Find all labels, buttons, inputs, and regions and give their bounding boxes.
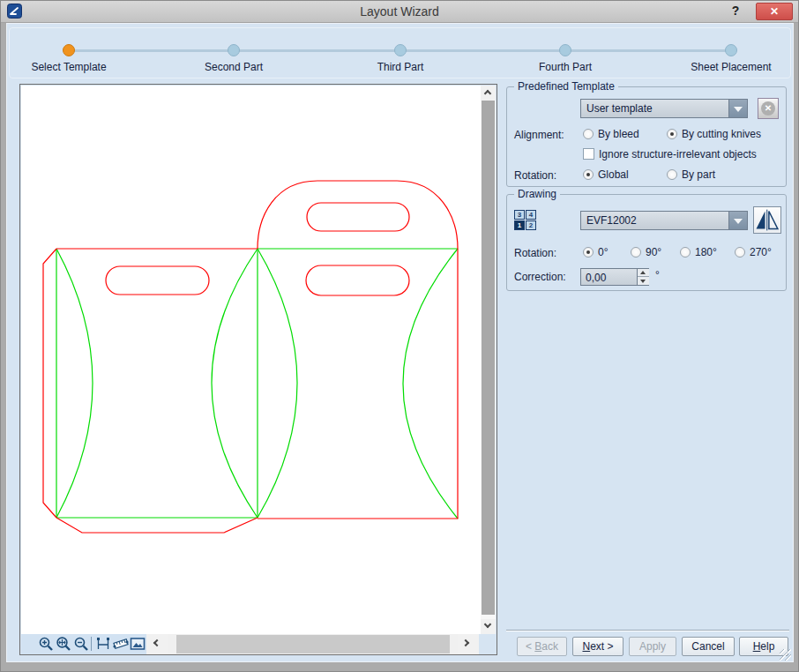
title-bar[interactable]: Layout Wizard ? ✕ bbox=[1, 1, 798, 23]
measure-width-icon[interactable] bbox=[95, 636, 111, 652]
drawing-combobox-value: EVF12002 bbox=[586, 214, 637, 227]
combobox-dropdown-icon[interactable] bbox=[728, 212, 747, 229]
close-button[interactable]: ✕ bbox=[756, 3, 793, 20]
radio-icon bbox=[583, 247, 594, 258]
template-combobox-value: User template bbox=[586, 102, 653, 115]
step-dot-third-part bbox=[394, 44, 407, 56]
drawing-group: Drawing 3 4 1 2 EVF12002 Rotation: bbox=[506, 194, 787, 291]
dialog-body: Select Template Second Part Third Part F… bbox=[6, 23, 794, 662]
scroll-right-button[interactable] bbox=[458, 634, 479, 654]
flip-horizontal-icon bbox=[754, 207, 780, 233]
apply-button[interactable]: Apply bbox=[629, 637, 676, 656]
radio-rotation-0[interactable]: 0° bbox=[583, 245, 608, 258]
group-title: Predefined Template bbox=[514, 80, 618, 93]
group-title: Drawing bbox=[514, 188, 560, 200]
part-cell: 3 bbox=[514, 210, 525, 220]
radio-by-cutting-knives[interactable]: By cutting knives bbox=[667, 127, 761, 139]
step-label: Second Part bbox=[172, 61, 295, 73]
canvas-toolbar bbox=[21, 634, 146, 654]
radio-icon bbox=[583, 129, 594, 139]
chevron-left-icon bbox=[153, 639, 161, 646]
radio-global[interactable]: Global bbox=[583, 168, 629, 180]
radio-rotation-270[interactable]: 270° bbox=[735, 245, 772, 258]
scroll-down-button[interactable] bbox=[481, 619, 496, 634]
drawing-combobox[interactable]: EVF12002 bbox=[580, 211, 748, 230]
chevron-up-icon bbox=[484, 90, 491, 97]
checkbox-icon bbox=[583, 148, 594, 160]
dieline-preview-canvas[interactable] bbox=[21, 86, 481, 634]
canvas-bottom-row bbox=[21, 634, 496, 654]
predefined-template-group: Predefined Template User template ✕ Alig… bbox=[506, 86, 787, 187]
part-cell: 2 bbox=[526, 220, 536, 230]
step-dot-fourth-part bbox=[559, 44, 571, 56]
step-dot-sheet-placement bbox=[725, 44, 737, 56]
step-label: Fourth Part bbox=[504, 61, 627, 73]
spin-up-button[interactable] bbox=[638, 269, 649, 277]
radio-icon bbox=[735, 247, 745, 258]
back-button[interactable]: < Back bbox=[517, 637, 567, 656]
step-label: Sheet Placement bbox=[669, 61, 793, 73]
scroll-up-button[interactable] bbox=[481, 86, 496, 101]
correction-spinbox[interactable]: 0,00 bbox=[580, 268, 649, 286]
template-combobox[interactable]: User template bbox=[580, 99, 748, 118]
vertical-scrollbar[interactable] bbox=[481, 86, 496, 634]
rotation-label: Rotation: bbox=[514, 169, 556, 182]
zoom-out-icon[interactable] bbox=[73, 636, 89, 652]
buttons-separator bbox=[506, 630, 789, 631]
degree-symbol: ° bbox=[655, 269, 660, 281]
vertical-scroll-thumb[interactable] bbox=[482, 101, 495, 615]
dieline-drawing bbox=[21, 86, 481, 634]
correction-label: Correction: bbox=[514, 271, 566, 283]
spin-down-button[interactable] bbox=[638, 277, 649, 285]
combobox-dropdown-icon[interactable] bbox=[728, 100, 747, 117]
radio-icon bbox=[680, 247, 691, 258]
cancel-button[interactable]: Cancel bbox=[682, 637, 735, 656]
chevron-right-icon bbox=[462, 639, 469, 646]
layout-wizard-dialog: Layout Wizard ? ✕ Select Template Second… bbox=[0, 0, 799, 672]
part-cell: 4 bbox=[526, 210, 536, 220]
scroll-left-button[interactable] bbox=[146, 634, 168, 654]
parts-selector-icon[interactable]: 3 4 1 2 bbox=[514, 210, 536, 230]
alignment-label: Alignment: bbox=[514, 129, 564, 141]
next-button[interactable]: Next > bbox=[572, 637, 624, 656]
wizard-steps: Select Template Second Part Third Part F… bbox=[9, 27, 791, 78]
measure-ruler-icon[interactable] bbox=[113, 636, 129, 652]
radio-icon bbox=[631, 247, 641, 258]
radio-by-part[interactable]: By part bbox=[667, 168, 715, 180]
chevron-down-icon bbox=[484, 621, 491, 628]
delete-template-button[interactable]: ✕ bbox=[758, 98, 779, 119]
mirror-button[interactable] bbox=[753, 206, 781, 234]
radio-rotation-90[interactable]: 90° bbox=[631, 245, 661, 258]
checkbox-ignore-objects[interactable]: Ignore structure-irrelevant objects bbox=[583, 147, 757, 160]
part-cell-active: 1 bbox=[514, 220, 525, 230]
step-dot-second-part bbox=[228, 44, 240, 56]
help-button[interactable]: ? bbox=[728, 4, 743, 18]
horizontal-scroll-thumb[interactable] bbox=[176, 635, 450, 653]
radio-by-bleed[interactable]: By bleed bbox=[583, 127, 639, 139]
correction-value: 0,00 bbox=[586, 272, 606, 284]
preview-frame bbox=[19, 84, 497, 655]
scrollbar-corner bbox=[479, 634, 496, 654]
drawing-rotation-label: Rotation: bbox=[514, 247, 556, 259]
radio-icon bbox=[667, 169, 677, 180]
window-title: Layout Wizard bbox=[1, 4, 798, 19]
radio-icon bbox=[667, 129, 677, 139]
zoom-all-icon[interactable] bbox=[56, 636, 71, 652]
step-label: Select Template bbox=[7, 61, 131, 73]
delete-x-icon: ✕ bbox=[761, 101, 775, 116]
preview-image-icon[interactable] bbox=[130, 636, 146, 652]
resize-grip[interactable] bbox=[780, 649, 791, 661]
step-dot-select-template bbox=[63, 44, 75, 56]
zoom-in-icon[interactable] bbox=[38, 636, 54, 652]
horizontal-scrollbar[interactable] bbox=[146, 634, 479, 654]
radio-icon bbox=[583, 169, 594, 180]
toolbar-separator bbox=[91, 637, 92, 651]
radio-rotation-180[interactable]: 180° bbox=[680, 245, 717, 258]
step-label: Third Part bbox=[339, 61, 462, 73]
